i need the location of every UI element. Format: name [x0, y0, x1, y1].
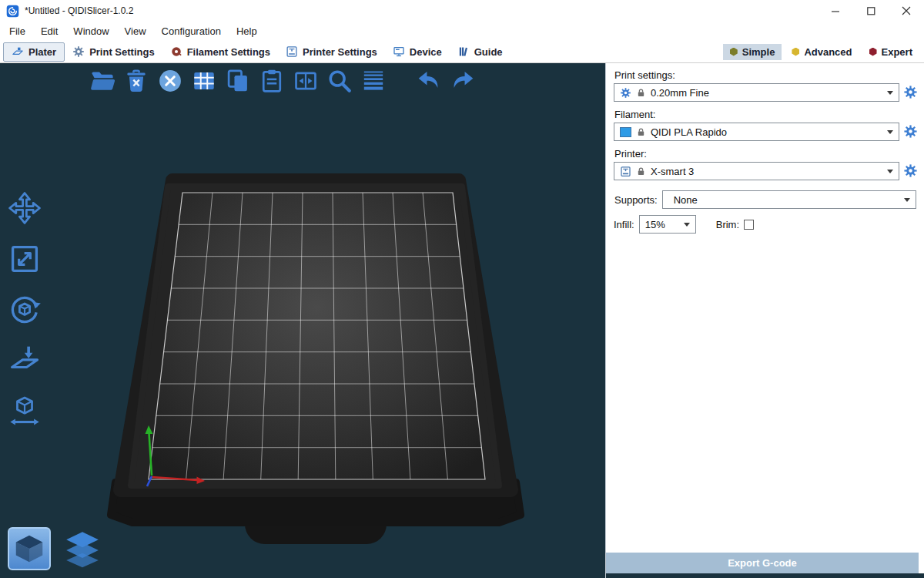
- mode-advanced-label: Advanced: [804, 46, 852, 58]
- maximize-icon: [867, 7, 875, 15]
- brim-label: Brim:: [716, 219, 739, 230]
- gear-icon: [903, 85, 918, 99]
- close-button[interactable]: [889, 0, 924, 22]
- menu-item-configuration[interactable]: Configuration: [154, 24, 229, 39]
- print-settings-label: Print settings:: [614, 69, 918, 81]
- minimize-icon: [832, 7, 840, 15]
- lock-icon: [636, 127, 646, 137]
- chevron-down-icon: [887, 91, 893, 95]
- cube-icon: [12, 532, 46, 566]
- variable-layer-height-icon[interactable]: [360, 68, 387, 94]
- guide-book-icon: [457, 45, 470, 58]
- paste-icon[interactable]: [259, 68, 285, 94]
- chevron-down-icon: [887, 170, 893, 173]
- maximize-button[interactable]: [853, 0, 889, 22]
- filament-color-swatch: [620, 127, 631, 137]
- chevron-down-icon: [904, 198, 910, 202]
- minimize-button[interactable]: [818, 0, 853, 22]
- tab-print-settings[interactable]: Print Settings: [65, 42, 162, 62]
- print-bed-canvas[interactable]: [0, 63, 605, 578]
- mode-expert-label: Expert: [882, 46, 912, 58]
- printer-combo[interactable]: X-smart 3: [614, 162, 899, 180]
- measure-icon[interactable]: [8, 395, 42, 428]
- tab-plater-label: Plater: [28, 46, 56, 58]
- filament-value: QIDI PLA Rapido: [651, 126, 727, 138]
- tab-print-settings-label: Print Settings: [89, 46, 155, 58]
- device-icon: [393, 45, 405, 58]
- mode-expert[interactable]: Expert: [862, 44, 919, 60]
- mode-advanced[interactable]: Advanced: [785, 44, 859, 60]
- print-settings-gear-button[interactable]: [902, 85, 918, 100]
- arrange-icon[interactable]: [191, 68, 217, 94]
- move-icon[interactable]: [8, 191, 42, 225]
- supports-value: None: [674, 194, 698, 206]
- gear-icon: [72, 45, 85, 58]
- menu-item-help[interactable]: Help: [229, 24, 265, 39]
- 3d-viewport[interactable]: [0, 63, 605, 578]
- mode-simple-label: Simple: [742, 46, 775, 58]
- redo-icon[interactable]: [450, 68, 476, 94]
- export-gcode-button[interactable]: Export G-code: [606, 553, 919, 573]
- tab-plater[interactable]: Plater: [3, 42, 65, 62]
- close-icon: [902, 6, 911, 15]
- gear-icon: [903, 124, 918, 139]
- viewport-toolbar: [89, 68, 476, 94]
- tab-filament-settings[interactable]: Filament Settings: [162, 42, 278, 62]
- simple-mode-dot-icon: [730, 48, 738, 56]
- delete-all-icon[interactable]: [157, 68, 183, 94]
- brim-checkbox[interactable]: [744, 220, 754, 230]
- lock-icon: [636, 166, 646, 176]
- search-icon[interactable]: [326, 68, 353, 94]
- tab-printer-settings-label: Printer Settings: [303, 46, 377, 58]
- tab-guide[interactable]: Guide: [450, 42, 511, 62]
- print-settings-value: 0.20mm Fine: [651, 87, 709, 99]
- mode-simple[interactable]: Simple: [723, 44, 782, 60]
- printer-gear-button[interactable]: [902, 163, 918, 179]
- tab-guide-label: Guide: [474, 46, 503, 58]
- tab-device-label: Device: [410, 46, 442, 58]
- filament-spool-icon: [170, 45, 182, 58]
- open-folder-icon[interactable]: [89, 68, 116, 94]
- infill-combo[interactable]: 15%: [639, 215, 696, 234]
- infill-value: 15%: [645, 219, 665, 230]
- plater-icon: [12, 45, 24, 58]
- menu-item-view[interactable]: View: [117, 24, 154, 39]
- lock-icon: [636, 88, 646, 98]
- undo-icon[interactable]: [416, 68, 442, 94]
- split-objects-icon[interactable]: [293, 68, 319, 94]
- place-on-face-icon[interactable]: [8, 344, 42, 378]
- printer-value: X-smart 3: [651, 166, 694, 177]
- tabbar: Plater Print Settings Filament Settings …: [0, 41, 924, 63]
- printer-label: Printer:: [614, 148, 918, 160]
- chevron-down-icon: [887, 130, 893, 134]
- tab-printer-settings[interactable]: Printer Settings: [278, 42, 385, 62]
- filament-label: Filament:: [614, 109, 918, 120]
- app-logo-icon: [6, 5, 19, 18]
- copy-icon[interactable]: [225, 68, 251, 94]
- delete-icon[interactable]: [123, 68, 149, 94]
- chevron-down-icon: [684, 223, 690, 227]
- tab-filament-settings-label: Filament Settings: [187, 46, 270, 58]
- print-settings-combo[interactable]: 0.20mm Fine: [614, 83, 899, 102]
- preview-layers-button[interactable]: [63, 529, 102, 568]
- menu-item-window[interactable]: Window: [65, 24, 116, 39]
- rotate-icon[interactable]: [8, 293, 42, 327]
- printer-icon: [620, 166, 631, 177]
- filament-combo[interactable]: QIDI PLA Rapido: [614, 123, 899, 141]
- sidebar: Print settings: 0.20mm Fine Filament: QI…: [605, 63, 924, 578]
- scale-icon[interactable]: [8, 242, 42, 276]
- menu-item-edit[interactable]: Edit: [33, 24, 65, 39]
- menubar: File Edit Window View Configuration Help: [0, 22, 924, 41]
- layers-stack-icon: [63, 529, 102, 568]
- menu-item-file[interactable]: File: [2, 24, 33, 39]
- filament-gear-button[interactable]: [902, 124, 918, 139]
- gear-icon: [620, 87, 631, 99]
- 3d-editor-view-button[interactable]: [8, 527, 51, 570]
- advanced-mode-dot-icon: [792, 48, 799, 56]
- supports-combo[interactable]: None: [662, 190, 916, 209]
- tab-device[interactable]: Device: [385, 42, 450, 62]
- supports-label: Supports:: [614, 194, 658, 206]
- gizmo-toolbar: [8, 191, 42, 428]
- titlebar: *Untitled - QIDISlicer-1.0.2: [0, 0, 924, 22]
- window-title: *Untitled - QIDISlicer-1.0.2: [25, 5, 133, 16]
